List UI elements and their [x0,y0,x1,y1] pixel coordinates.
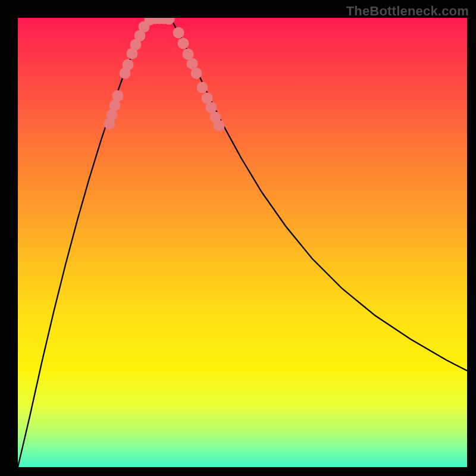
curve-layer [18,18,467,467]
data-point [197,82,208,93]
data-point [112,90,124,102]
watermark-label: TheBottleneck.com [346,4,469,19]
data-point [191,68,202,79]
data-point [214,120,225,131]
bottleneck-curve-path [18,18,467,467]
data-point [178,38,189,49]
chart-frame: TheBottleneck.com [0,0,476,476]
bottleneck-curve [18,18,467,467]
data-point-markers [104,18,225,131]
data-point [123,60,134,71]
plot-area [18,18,467,467]
data-point [173,27,184,39]
